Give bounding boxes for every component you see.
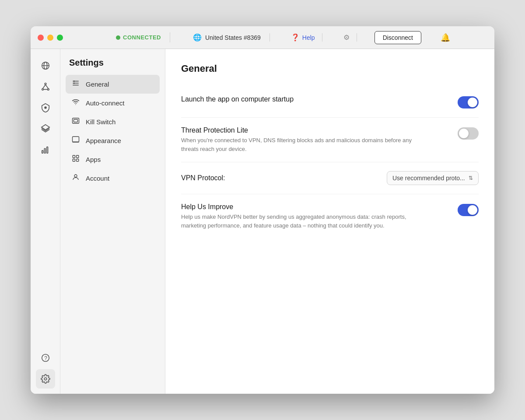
account-nav-icon: [71, 173, 80, 183]
threat-protection-desc: When you're connected to VPN, DNS filter…: [181, 136, 426, 153]
svg-point-5: [47, 89, 49, 91]
auto-connect-nav-icon: [71, 98, 80, 108]
disconnect-button[interactable]: Disconnect: [374, 31, 421, 44]
svg-text:?: ?: [44, 355, 47, 361]
vpn-protocol-row: VPN Protocol: Use recommended proto... ⇅: [181, 162, 479, 194]
threat-protection-info: Threat Protection Lite When you're conne…: [181, 126, 458, 153]
apps-nav-icon: [71, 154, 80, 164]
startup-toggle[interactable]: [458, 96, 479, 108]
startup-label: Launch the app on computer startup: [181, 95, 447, 103]
close-button[interactable]: [38, 35, 44, 41]
sidebar-bottom: ?: [36, 348, 55, 388]
help-button[interactable]: ❓ Help: [284, 33, 322, 42]
startup-control: [458, 95, 479, 108]
sidebar-icon-help[interactable]: ?: [36, 348, 55, 368]
sidebar-icon-settings[interactable]: [36, 369, 55, 388]
svg-point-21: [74, 83, 75, 84]
help-improve-toggle[interactable]: [458, 204, 479, 216]
titlebar: CONNECTED 🌐 United States #8369 ❓ Help ⚙…: [31, 26, 494, 49]
startup-toggle-thumb: [468, 98, 477, 107]
vpn-protocol-label: VPN Protocol:: [181, 174, 225, 182]
nav-item-account[interactable]: Account: [66, 169, 160, 188]
threat-protection-label: Threat Protection Lite: [181, 126, 447, 134]
gear-icon: ⚙: [343, 34, 350, 41]
help-improve-info: Help Us Improve Help us make NordVPN bet…: [181, 203, 458, 230]
svg-rect-23: [73, 118, 79, 123]
help-improve-control: [458, 203, 479, 216]
svg-rect-25: [73, 136, 79, 142]
nav-item-apps[interactable]: Apps: [66, 150, 160, 169]
traffic-lights: [31, 35, 70, 41]
section-title: General: [181, 63, 479, 74]
svg-point-9: [44, 106, 47, 109]
svg-line-6: [42, 84, 45, 88]
sidebar-icon-shield[interactable]: [36, 98, 55, 117]
nav-item-general[interactable]: General: [66, 75, 160, 94]
threat-protection-toggle[interactable]: [458, 127, 479, 140]
threat-protection-control: [458, 126, 479, 140]
main-content: ? Settings: [31, 49, 494, 394]
help-improve-label: Help Us Improve: [181, 203, 447, 211]
kill-switch-nav-icon: [71, 117, 80, 127]
server-info: 🌐 United States #8369: [184, 33, 270, 42]
settings-content: General Launch the app on computer start…: [165, 49, 494, 394]
svg-line-7: [46, 84, 48, 88]
svg-rect-11: [42, 150, 43, 153]
nav-label-apps: Apps: [86, 156, 101, 163]
help-improve-desc: Help us make NordVPN better by sending u…: [181, 213, 426, 230]
startup-info: Launch the app on computer startup: [181, 95, 458, 105]
app-window: CONNECTED 🌐 United States #8369 ❓ Help ⚙…: [31, 26, 494, 394]
nav-label-account: Account: [86, 175, 109, 182]
svg-rect-30: [77, 159, 79, 161]
globe-icon: 🌐: [193, 33, 202, 42]
connected-badge: CONNECTED: [111, 32, 170, 42]
titlebar-center: CONNECTED 🌐 United States #8369 ❓ Help ⚙…: [70, 31, 494, 44]
settings-title: Settings: [66, 58, 160, 68]
settings-nav: Settings General: [60, 49, 165, 394]
sidebar-icon-network[interactable]: [36, 77, 55, 96]
svg-rect-29: [73, 159, 75, 161]
vpn-protocol-select[interactable]: Use recommended proto... ⇅: [387, 171, 479, 185]
svg-point-3: [45, 83, 46, 85]
nav-label-appearance: Appearance: [86, 137, 121, 144]
help-circle-icon: ❓: [291, 33, 300, 42]
server-name: United States #8369: [205, 34, 261, 41]
startup-setting-row: Launch the app on computer startup: [181, 87, 479, 118]
settings-icon-button[interactable]: ⚙: [336, 33, 357, 42]
svg-rect-24: [74, 119, 78, 122]
nav-label-auto-connect: Auto-connect: [86, 99, 124, 107]
chevron-updown-icon: ⇅: [469, 175, 473, 181]
svg-rect-13: [46, 147, 48, 154]
svg-point-16: [44, 378, 47, 380]
connected-label: CONNECTED: [123, 34, 161, 41]
nav-label-general: General: [86, 80, 109, 88]
threat-protection-setting-row: Threat Protection Lite When you're conne…: [181, 118, 479, 162]
sidebar-icon-globe[interactable]: [36, 56, 55, 75]
connected-indicator: [116, 35, 120, 40]
svg-rect-12: [44, 148, 46, 153]
svg-rect-27: [73, 155, 75, 158]
general-nav-icon: [71, 79, 80, 89]
nav-item-appearance[interactable]: Appearance: [66, 131, 160, 150]
nav-item-kill-switch[interactable]: Kill Switch: [66, 112, 160, 131]
help-label: Help: [302, 34, 315, 41]
minimize-button[interactable]: [47, 35, 53, 41]
threat-protection-toggle-thumb: [459, 129, 469, 138]
help-improve-setting-row: Help Us Improve Help us make NordVPN bet…: [181, 194, 479, 238]
nav-label-kill-switch: Kill Switch: [86, 118, 116, 126]
svg-rect-28: [77, 155, 79, 158]
svg-point-22: [75, 104, 76, 105]
svg-point-4: [42, 89, 43, 91]
icon-sidebar: ?: [31, 49, 60, 394]
protocol-value: Use recommended proto...: [392, 175, 465, 182]
sidebar-icon-layers[interactable]: [36, 119, 55, 138]
nav-item-auto-connect[interactable]: Auto-connect: [66, 94, 160, 112]
sidebar-icon-stats[interactable]: [36, 140, 55, 159]
maximize-button[interactable]: [57, 35, 63, 41]
appearance-nav-icon: [71, 136, 80, 146]
svg-point-20: [74, 80, 75, 82]
help-improve-toggle-thumb: [468, 205, 477, 215]
bell-icon[interactable]: 🔔: [441, 33, 450, 42]
svg-point-31: [74, 175, 77, 177]
